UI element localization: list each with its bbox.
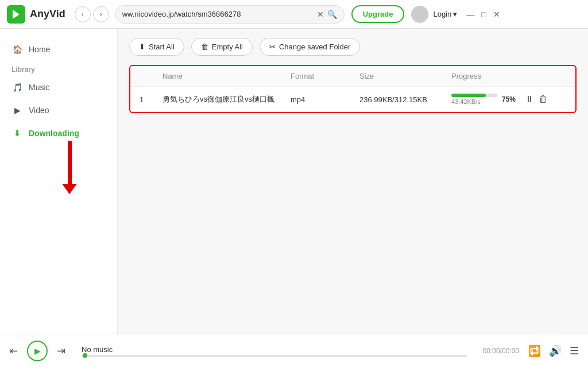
video-label: Video bbox=[29, 106, 49, 115]
empty-all-button[interactable]: 🗑 Empty All bbox=[191, 38, 253, 56]
url-bar[interactable]: ww.nicovideo.jp/watch/sm36866278 ✕ 🔍 bbox=[115, 5, 345, 24]
content-area: 🏠 Home Library 🎵 Music ▶ Video ⬇ Downloa… bbox=[0, 29, 588, 334]
start-all-icon: ⬇ bbox=[139, 43, 145, 51]
row-size: 236.99KB/312.15KB bbox=[359, 95, 451, 104]
col-index bbox=[140, 72, 163, 80]
no-music-label: No music bbox=[82, 345, 467, 354]
volume-button[interactable]: 🔊 bbox=[549, 345, 562, 357]
minimize-button[interactable]: — bbox=[466, 10, 474, 19]
trash-icon: 🗑 bbox=[201, 43, 208, 51]
arrow-shaft bbox=[68, 141, 72, 184]
search-icon[interactable]: 🔍 bbox=[327, 10, 337, 19]
close-button[interactable]: ✕ bbox=[493, 10, 500, 19]
player-right-controls: 🔁 🔊 ☰ bbox=[528, 345, 579, 357]
window-controls: — □ ✕ bbox=[466, 10, 500, 19]
logo-svg bbox=[10, 9, 22, 20]
row-name: 勇気ちひろvs御伽原江良vs樋口楓 bbox=[163, 94, 291, 105]
next-button[interactable]: ⇥ bbox=[57, 345, 65, 357]
player-info: No music bbox=[75, 345, 474, 357]
row-index: 1 bbox=[140, 95, 163, 104]
start-all-label: Start All bbox=[149, 43, 175, 51]
prev-button[interactable]: ⇤ bbox=[9, 345, 18, 357]
progress-speed: 43.42KB/s bbox=[451, 98, 497, 105]
table-row: 1 勇気ちひろvs御伽原江良vs樋口楓 mp4 236.99KB/312.15K… bbox=[130, 87, 575, 112]
svg-marker-0 bbox=[13, 10, 20, 19]
upgrade-button[interactable]: Upgrade bbox=[351, 5, 405, 23]
player-progress-bar[interactable] bbox=[82, 355, 467, 357]
player-bar: ⇤ ▶ ⇥ No music 00:00/00:00 🔁 🔊 ☰ bbox=[0, 334, 588, 367]
music-icon: 🎵 bbox=[11, 82, 23, 93]
login-chevron-icon: ▾ bbox=[453, 10, 457, 18]
progress-info: 43.42KB/s bbox=[451, 94, 497, 105]
pause-button[interactable]: ⏸ bbox=[525, 94, 534, 105]
play-button[interactable]: ▶ bbox=[27, 341, 48, 361]
downloading-label: Downloading bbox=[29, 129, 79, 138]
login-label: Login bbox=[433, 10, 451, 18]
download-icon: ⬇ bbox=[11, 128, 23, 139]
table-actions: ⏸ 🗑 bbox=[525, 94, 548, 105]
change-folder-label: Change saved Folder bbox=[279, 43, 350, 51]
home-icon: 🏠 bbox=[11, 44, 23, 55]
play-icon: ▶ bbox=[34, 346, 41, 356]
arrow-head bbox=[62, 184, 77, 194]
url-clear-button[interactable]: ✕ bbox=[317, 10, 324, 19]
empty-all-label: Empty All bbox=[212, 43, 243, 51]
sidebar-item-music[interactable]: 🎵 Music bbox=[0, 76, 117, 99]
playlist-button[interactable]: ☰ bbox=[570, 345, 579, 357]
app-name: AnyVid bbox=[30, 8, 65, 20]
forward-button[interactable]: › bbox=[93, 6, 109, 22]
change-folder-button[interactable]: ✂ Change saved Folder bbox=[260, 38, 360, 56]
main-panel: ⬇ Start All 🗑 Empty All ✂ Change saved F… bbox=[118, 29, 588, 334]
progress-cell: 43.42KB/s 75% ⏸ 🗑 bbox=[451, 94, 566, 105]
player-progress-dot bbox=[83, 353, 87, 358]
video-icon: ▶ bbox=[11, 105, 23, 116]
col-name: Name bbox=[163, 72, 291, 80]
nav-arrows: ‹ › bbox=[75, 6, 109, 22]
progress-bar-fill bbox=[451, 94, 486, 97]
sidebar-item-video[interactable]: ▶ Video bbox=[0, 99, 117, 122]
col-size: Size bbox=[359, 72, 451, 80]
progress-bar-bg bbox=[451, 94, 497, 97]
titlebar: AnyVid ‹ › ww.nicovideo.jp/watch/sm36866… bbox=[0, 0, 588, 29]
music-label: Music bbox=[29, 83, 50, 92]
time-display: 00:00/00:00 bbox=[483, 347, 519, 355]
row-format: mp4 bbox=[291, 95, 359, 104]
logo-icon bbox=[7, 5, 25, 24]
back-button[interactable]: ‹ bbox=[75, 6, 91, 22]
login-button[interactable]: Login ▾ bbox=[433, 10, 457, 18]
col-progress: Progress bbox=[451, 72, 566, 80]
download-table: Name Format Size Progress 1 勇気ちひろvs御伽原江良… bbox=[129, 65, 577, 113]
col-format: Format bbox=[291, 72, 359, 80]
home-label: Home bbox=[29, 45, 50, 54]
start-all-button[interactable]: ⬇ Start All bbox=[129, 38, 184, 56]
url-actions: ✕ 🔍 bbox=[317, 10, 337, 19]
avatar bbox=[411, 6, 428, 23]
url-text: ww.nicovideo.jp/watch/sm36866278 bbox=[122, 10, 312, 18]
delete-button[interactable]: 🗑 bbox=[539, 94, 548, 105]
library-section-label: Library bbox=[0, 61, 117, 76]
toolbar: ⬇ Start All 🗑 Empty All ✂ Change saved F… bbox=[129, 38, 577, 56]
sidebar-item-home[interactable]: 🏠 Home bbox=[0, 38, 117, 61]
arrow-annotation bbox=[62, 141, 77, 194]
table-header: Name Format Size Progress bbox=[130, 66, 575, 87]
progress-pct: 75% bbox=[502, 95, 516, 103]
sidebar-item-downloading[interactable]: ⬇ Downloading bbox=[0, 122, 117, 145]
logo-area: AnyVid bbox=[7, 5, 65, 24]
maximize-button[interactable]: □ bbox=[481, 10, 486, 19]
sidebar: 🏠 Home Library 🎵 Music ▶ Video ⬇ Downloa… bbox=[0, 29, 118, 334]
folder-icon: ✂ bbox=[269, 43, 276, 51]
repeat-button[interactable]: 🔁 bbox=[528, 345, 541, 357]
